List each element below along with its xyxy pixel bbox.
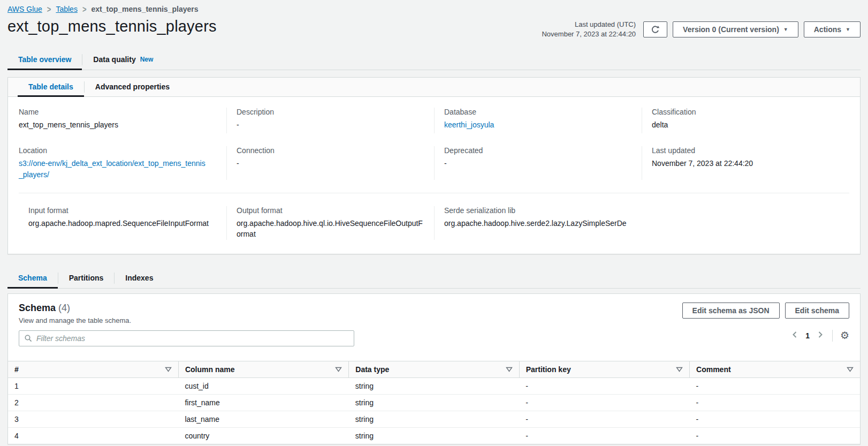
breadcrumb-link-aws-glue[interactable]: AWS Glue	[7, 5, 42, 13]
schema-head-left: Schema (4) View and manage the table sch…	[19, 303, 354, 346]
schema-head-right: Edit schema as JSON Edit schema 1	[682, 303, 849, 346]
field-name: Name ext_top_mens_tennis_players	[19, 108, 226, 133]
new-badge: New	[140, 56, 154, 63]
tab-schema[interactable]: Schema	[7, 268, 58, 289]
field-description: Description -	[226, 108, 434, 133]
table-row: 1 cust_id string - -	[8, 377, 860, 394]
pagination: 1 ⚙	[790, 330, 849, 342]
table-row: 4 country string - -	[8, 427, 860, 444]
column-header-data-type[interactable]: Data type	[349, 361, 519, 377]
schema-section-tabs: Schema Partitions Indexes	[7, 268, 861, 289]
chevron-right-icon: >	[47, 4, 51, 14]
tab-partitions[interactable]: Partitions	[58, 268, 115, 289]
field-last-updated: Last updated November 7, 2023 at 22:44:2…	[642, 146, 849, 180]
search-icon	[24, 334, 33, 344]
tab-data-quality[interactable]: Data quality New	[82, 50, 164, 70]
tab-table-overview[interactable]: Table overview	[7, 50, 82, 70]
column-header-partition-key[interactable]: Partition key	[519, 361, 689, 377]
refresh-button[interactable]	[643, 21, 667, 37]
filter-icon[interactable]	[676, 365, 683, 374]
tab-indexes[interactable]: Indexes	[115, 268, 164, 289]
refresh-icon	[651, 25, 660, 34]
field-output-format: Output format org.apache.hadoop.hive.ql.…	[226, 206, 434, 240]
edit-schema-button[interactable]: Edit schema	[785, 303, 849, 319]
page: AWS Glue > Tables > ext_top_mens_tennis_…	[0, 0, 868, 444]
next-page-button[interactable]	[816, 330, 825, 341]
schema-description: View and manage the table schema.	[19, 316, 354, 324]
chevron-right-icon: >	[82, 4, 87, 14]
page-tabs: Table overview Data quality New	[7, 50, 861, 70]
field-connection: Connection -	[226, 146, 434, 180]
chevron-left-icon	[791, 331, 798, 340]
table-row: 3 last_name string - -	[8, 411, 860, 427]
tab-table-details[interactable]: Table details	[18, 78, 84, 97]
filter-icon[interactable]	[847, 365, 854, 374]
breadcrumb-current: ext_top_mens_tennis_players	[92, 5, 199, 13]
details-tabs: Table details Advanced properties	[8, 78, 860, 97]
database-link[interactable]: keerthi_josyula	[444, 120, 494, 129]
version-dropdown[interactable]: Version 0 (Current version) ▼	[673, 21, 798, 37]
details-divider	[19, 193, 849, 193]
details-grid: Name ext_top_mens_tennis_players Descrip…	[8, 97, 860, 253]
tab-advanced-properties[interactable]: Advanced properties	[85, 78, 180, 97]
pagination-divider	[832, 330, 833, 342]
field-deprecated: Deprecated -	[434, 146, 642, 180]
field-location: Location s3://one-env/kj_delta_ext_locat…	[19, 146, 226, 180]
gear-icon[interactable]: ⚙	[840, 330, 849, 341]
schema-table-header-row: # Column name Data type Partition key	[8, 361, 860, 377]
edit-schema-as-json-button[interactable]: Edit schema as JSON	[682, 303, 780, 319]
caret-down-icon: ▼	[846, 27, 850, 32]
location-link[interactable]: s3://one-env/kj_delta_ext_location/ext_t…	[19, 159, 205, 178]
column-header-comment[interactable]: Comment	[690, 361, 860, 377]
breadcrumb: AWS Glue > Tables > ext_top_mens_tennis_…	[7, 0, 861, 13]
filter-icon[interactable]	[165, 365, 172, 374]
filter-icon[interactable]	[335, 365, 342, 374]
field-classification: Classification delta	[642, 108, 849, 133]
caret-down-icon: ▼	[783, 27, 788, 32]
page-header: ext_top_mens_tennis_players Last updated…	[7, 18, 861, 39]
column-header-column-name[interactable]: Column name	[178, 361, 348, 377]
schema-table: # Column name Data type Partition key	[8, 361, 860, 444]
previous-page-button[interactable]	[790, 330, 799, 341]
field-input-format: Input format org.apache.hadoop.mapred.Se…	[19, 206, 226, 240]
last-updated-text: Last updated (UTC) November 7, 2023 at 2…	[542, 20, 636, 39]
current-page-number[interactable]: 1	[805, 331, 810, 340]
column-header-index[interactable]: #	[8, 361, 178, 377]
filter-icon[interactable]	[506, 365, 513, 374]
field-database: Database keerthi_josyula	[434, 108, 642, 133]
field-serde: Serde serialization lib org.apache.hadoo…	[434, 206, 849, 240]
table-details-card: Table details Advanced properties Name e…	[7, 77, 861, 254]
schema-card: Schema (4) View and manage the table sch…	[7, 293, 861, 444]
chevron-right-icon	[817, 331, 824, 340]
filter-schemas-input[interactable]	[19, 330, 354, 346]
page-title: ext_top_mens_tennis_players	[7, 18, 217, 35]
schema-count: (4)	[58, 303, 70, 313]
table-row: 2 first_name string - -	[8, 394, 860, 411]
breadcrumb-link-tables[interactable]: Tables	[56, 5, 77, 13]
schema-panel-title: Schema (4)	[19, 303, 354, 314]
actions-button[interactable]: Actions ▼	[804, 21, 861, 37]
